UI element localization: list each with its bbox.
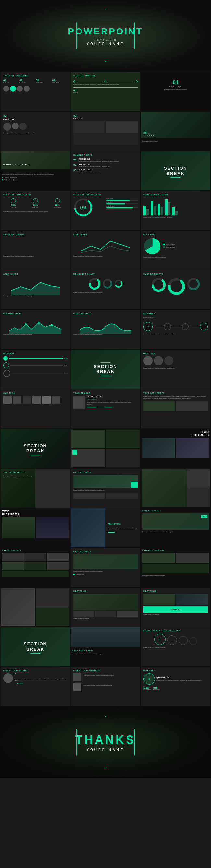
pie-label-1: ITEM ONE 65% <box>166 244 175 245</box>
photos-num: 03 <box>73 114 138 117</box>
slide-title-gallery1: PHOTO GALLERY <box>2 549 69 551</box>
slide-portfolio-2: PORTFOLIO VIEW PROJECT Lorem ipsum dolor… <box>141 588 210 626</box>
bar-2a <box>151 201 153 215</box>
prog-fill-1 <box>106 199 130 200</box>
half-photo-content: HALF PAGE PHOTO Lorem ipsum dolor sit am… <box>71 648 140 656</box>
testimonial-3-quote: Lorem ipsum dolor sit amet consectetur a… <box>83 684 112 686</box>
gallery-img-4 <box>2 562 24 570</box>
project-name-text: Lorem ipsum dolor sit amet consectetur a… <box>142 531 209 533</box>
ptc-title: PROJECT TITLE <box>108 523 138 525</box>
rm-line-1 <box>154 327 163 327</box>
toc-label-2: ITEM TWO <box>20 82 35 83</box>
tl-line-1 <box>77 81 103 81</box>
bullet-2: Point two lorem ipsum <box>2 179 69 181</box>
gallery-grid-1 <box>2 553 69 570</box>
slide-photo-collage-1 <box>141 469 210 507</box>
text-photo-2-grid: TEXT WITH PHOTO Lorem ipsum dolor sit am… <box>1 469 70 507</box>
ptc-image <box>71 508 106 547</box>
roadmap2-content: 2020 2021 2022 <box>3 356 68 377</box>
num-point-2: 02 HEADING TWO Lorem ipsum dolor sit ame… <box>73 163 138 168</box>
thanks-slide: THANKS YOUER NAME <box>0 707 211 778</box>
spread-photo-4 <box>106 449 140 467</box>
sb-title-1: SECTIONBREAK <box>164 166 187 176</box>
two-pic-2 <box>176 438 209 458</box>
two-pictures-grid-1 <box>142 438 209 458</box>
toc-num-3: 03 <box>36 79 51 82</box>
sb-line-bottom-2 <box>101 376 110 376</box>
info-label-3: ITEM THREE <box>54 207 61 208</box>
slide-pie-chart: PIE CHART ITEM ONE 65% ITEM TWO 35% Lore… <box>141 231 210 270</box>
team-grid-4 <box>32 396 41 404</box>
slide-twitter: 01 TWITTER Lorem ipsum dolor sit amet co… <box>141 72 210 111</box>
testimonial-3-block: Lorem ipsum dolor sit amet consectetur a… <box>83 683 112 691</box>
photo-spread-grid <box>71 430 140 467</box>
slide-our-team-1: OUR TEAM Lorem ipsum dolor sit amet cons… <box>141 350 210 389</box>
project-thumb-2 <box>106 493 138 498</box>
slide-title-stacked: STACKED COLUMN <box>3 233 68 235</box>
project-page-2-img <box>73 554 138 569</box>
prog-label-3: SKILL THREE <box>106 206 138 207</box>
slide-section-break-3: SECTIONBREAK <box>1 429 70 468</box>
photo-header-content: Lorem ipsum dolor sit amet, consectetur … <box>1 170 70 183</box>
rm-step-1: 01 <box>143 322 152 331</box>
slide-project-page-2: PROJECT PAGE Lorem ipsum dolor sit amet … <box>71 548 140 587</box>
testimonial-1-text-block: " Lorem ipsum dolor sit amet consectetur… <box>14 673 68 684</box>
rm2-line-1 <box>9 358 63 359</box>
proj-gallery-text: Lorem ipsum dolor sit amet consectetur. <box>142 575 209 577</box>
slide-roadmap-1: ROADMAP Lorem ipsum dolor 01 02 Lorem ip… <box>141 310 210 349</box>
lc-main <box>1 588 35 626</box>
rm-line-2 <box>172 327 181 327</box>
num-text-1: Lorem ipsum dolor sit amet consectetur a… <box>78 160 119 162</box>
rm-label-1: 01 <box>147 326 149 328</box>
sb-line-top-3 <box>31 442 40 442</box>
donut-svg-1 <box>88 278 101 290</box>
social-circle-1: f <box>154 634 166 645</box>
custom-chart-svg-2 <box>168 278 185 296</box>
port2-img-2 <box>176 594 208 606</box>
slides-grid: TABLE OF CONTENTS 01 ITEM ONE 02 ITEM TW… <box>0 71 211 707</box>
num-point-1: 01 HEADING ONE Lorem ipsum dolor sit ame… <box>73 158 138 162</box>
rm2-year-1: 2020 <box>64 358 68 360</box>
num-text-3: Lorem ipsum dolor sit amet consectetur. <box>78 171 102 173</box>
slide-large-collage <box>1 588 70 626</box>
text-photo-img-1 <box>143 401 175 411</box>
rm-step-3 <box>182 323 188 330</box>
photo-header-text: PHOTO HEADER SLIDE <box>3 164 29 168</box>
project-name-img: NEW <box>142 514 209 530</box>
slide-title-photos: PHOTOS <box>73 117 138 119</box>
proj-gallery-3 <box>142 563 209 573</box>
proj-gallery-1 <box>142 553 175 563</box>
slide-section-break-2: SECTIONBREAK <box>71 350 140 389</box>
sb-line-top-2 <box>101 362 110 363</box>
photo-header-title: PHOTO HEADER SLIDE <box>3 164 29 166</box>
project-page-1-thumbnails <box>73 493 138 498</box>
toc-num-1: 01 <box>3 79 19 82</box>
avatar-1 <box>3 86 9 92</box>
slide-clustered-column: CLUSTERED COLUMN Lorem ips <box>141 191 210 230</box>
rm2-dot-3 <box>3 370 10 377</box>
info-col-2: 70% ITEM TWO <box>25 198 46 208</box>
two-pictures-title-2: TWOPICTURES <box>2 509 69 516</box>
internet-stat-num-2: 845 <box>153 686 160 689</box>
infographic-2-svg: 63% <box>73 197 93 217</box>
num-content-1: HEADING ONE Lorem ipsum dolor sit amet c… <box>78 158 119 162</box>
svg-text:63%: 63% <box>80 206 86 210</box>
hero-slide: POWERPOINT TEMPLATE YOUER NAME <box>0 0 211 71</box>
slide-project-page-1: PROJECT PAGE Lorem ipsum dolor sit amet … <box>71 469 140 507</box>
infographic-text-1: Lorem ipsum dolor sit amet consectetur a… <box>3 210 68 212</box>
num-heading-2: HEADING TWO <box>78 163 110 165</box>
project-page-1-img <box>73 475 138 488</box>
spread-photo-1 <box>71 430 105 448</box>
num-content-2: HEADING TWO Lorem ipsum dolor sit amet c… <box>78 163 110 168</box>
prog-fill-3 <box>106 207 133 208</box>
photo-header-bullets: Point one lorem ipsum Point two lorem ip… <box>2 177 69 181</box>
infographic-2-right: SKILL ONE SKILL TWO SKILL THREE <box>106 197 138 218</box>
slide-title-area: AREA CHART <box>3 273 68 275</box>
wave-svg-2 <box>73 318 138 334</box>
toc-num-2: 02 <box>20 79 35 82</box>
infographic-2-left: 63% <box>73 197 105 218</box>
sb-line-bottom-3 <box>31 455 40 455</box>
social-circle-3 <box>179 636 188 645</box>
svg-marker-4 <box>11 282 60 296</box>
slide-area-chart: AREA CHART Lorem ipsum dolor sit amet co… <box>1 270 70 309</box>
